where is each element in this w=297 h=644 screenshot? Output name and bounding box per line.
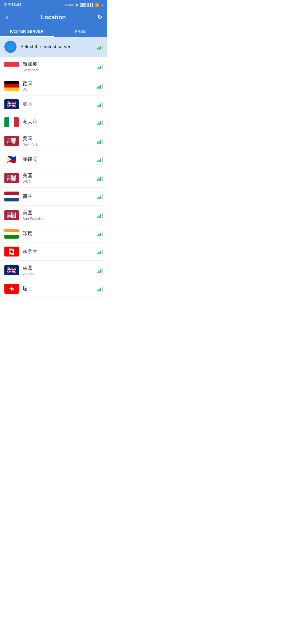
- signal-bars-uk-youtube: [97, 268, 103, 273]
- signal-bars-philippines: [97, 157, 103, 162]
- location-item-india[interactable]: 印度: [0, 225, 107, 243]
- location-info-singapore: 新加坡 Singapore: [23, 61, 93, 72]
- location-info-us-ny: 美国 New York: [23, 135, 93, 146]
- header: ‹ Location ↻: [0, 10, 107, 26]
- location-item-germany[interactable]: 德国 DE: [0, 76, 107, 95]
- location-info-italy: 意大利: [23, 119, 93, 126]
- signal-bars-uk: [97, 102, 103, 107]
- tab-free[interactable]: FREE: [54, 26, 107, 37]
- signal-bars-netherlands: [97, 194, 103, 199]
- location-item-us-wdc[interactable]: 美国 WDC: [0, 168, 107, 188]
- location-info-uk-youtube: 英国 youtube: [23, 264, 93, 276]
- location-item-uk-youtube[interactable]: 英国 youtube: [0, 261, 107, 280]
- signal-bars-italy: [97, 119, 103, 125]
- flag-italy: [4, 117, 19, 127]
- flag-singapore: [4, 62, 19, 72]
- location-item-canada[interactable]: 加拿大: [0, 243, 107, 261]
- alarm-icon: ⏰: [75, 3, 79, 7]
- wifi-icon: 📶: [95, 3, 99, 7]
- flag-uk: [4, 99, 19, 109]
- flag-germany: [4, 81, 19, 91]
- flag-philippines: [4, 154, 19, 164]
- flag-uk-youtube: [4, 265, 19, 275]
- back-button[interactable]: ‹: [5, 13, 9, 22]
- status-time: 中午12:02: [4, 2, 21, 7]
- auto-select-text: Select the fastest server: [20, 44, 93, 50]
- flag-us-wdc: [4, 173, 19, 183]
- location-item-switzerland[interactable]: 瑞士: [0, 280, 107, 298]
- location-item-uk[interactable]: 英国: [0, 95, 107, 113]
- signal-bars-germany: [97, 83, 103, 89]
- auto-select-row[interactable]: 🌐 Select the fastest server: [0, 37, 107, 57]
- battery-level: 77: [100, 3, 103, 7]
- flag-canada: [4, 247, 19, 256]
- globe-icon: 🌐: [4, 41, 16, 53]
- signal-bars-canada: [97, 249, 103, 254]
- location-list: 新加坡 Singapore 德国 DE 英国: [0, 57, 107, 298]
- vpn-badge: VPN: [80, 3, 87, 7]
- refresh-button[interactable]: ↻: [97, 14, 102, 21]
- location-item-us-sf[interactable]: 美国 San Francisco: [0, 206, 107, 225]
- speed-indicator: 24.1K/s: [64, 3, 74, 7]
- tab-faster-server[interactable]: FASTER SERVER: [0, 26, 54, 37]
- location-item-italy[interactable]: 意大利: [0, 113, 107, 131]
- signal-bars-singapore: [97, 64, 103, 69]
- status-bar: 中午12:02 24.1K/s ⏰ VPN ▌▌▌ 📶 77: [0, 0, 107, 10]
- location-item-singapore[interactable]: 新加坡 Singapore: [0, 57, 107, 76]
- location-item-us-ny[interactable]: 美国 New York: [0, 131, 107, 151]
- status-right: 24.1K/s ⏰ VPN ▌▌▌ 📶 77: [64, 3, 103, 7]
- flag-us-ny: [4, 136, 19, 146]
- flag-netherlands: [4, 192, 19, 201]
- location-item-netherlands[interactable]: 荷兰: [0, 188, 107, 206]
- signal-bars-us-ny: [97, 138, 103, 144]
- signal-bars-auto: [97, 44, 103, 50]
- flag-switzerland: [4, 284, 19, 294]
- location-info-germany: 德国 DE: [23, 80, 93, 91]
- flag-india: [4, 229, 19, 239]
- location-info-canada: 加拿大: [23, 248, 93, 255]
- page-title: Location: [41, 14, 66, 21]
- signal-bars-us-wdc: [97, 175, 103, 181]
- location-info-us-wdc: 美国 WDC: [23, 172, 93, 184]
- location-info-switzerland: 瑞士: [23, 285, 93, 292]
- signal-bars-india: [97, 231, 103, 236]
- location-info-india: 印度: [23, 230, 93, 237]
- location-info-us-sf: 美国 San Francisco: [23, 209, 93, 221]
- signal-icon: ▌▌▌: [87, 3, 94, 7]
- flag-us-sf: [4, 210, 19, 220]
- location-info-philippines: 菲律宾: [23, 156, 93, 163]
- signal-bars-switzerland: [97, 286, 103, 291]
- tabs-container: FASTER SERVER FREE: [0, 26, 107, 37]
- signal-bars-us-sf: [97, 212, 103, 218]
- location-info-netherlands: 荷兰: [23, 193, 93, 200]
- location-item-philippines[interactable]: 菲律宾: [0, 151, 107, 168]
- location-info-uk: 英国: [23, 101, 93, 108]
